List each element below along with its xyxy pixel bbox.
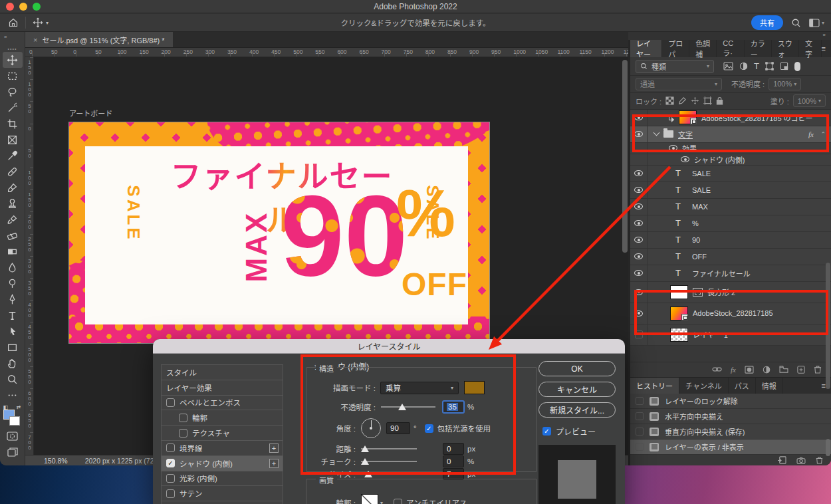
layer-row-text-90[interactable]: T90 [630, 232, 831, 249]
magic-wand-tool-icon[interactable] [3, 100, 23, 116]
layer-filter-select[interactable]: 種類 ▾ [636, 60, 714, 73]
layer-row-text-sale1[interactable]: TSALE [630, 166, 831, 182]
layer-name[interactable]: OFF [692, 253, 707, 261]
history-item-selected[interactable]: レイヤーの表示 / 非表示 [630, 440, 831, 455]
antialias-checkbox[interactable] [394, 499, 402, 504]
history-item[interactable]: レイヤーのロック解除 [630, 394, 831, 409]
layer-name[interactable]: MAX [692, 203, 708, 211]
workspace-switcher-icon[interactable]: ▾ [809, 19, 824, 27]
background-color-swatch[interactable] [9, 416, 20, 426]
quick-mask-button[interactable] [3, 428, 23, 444]
preview-checkbox[interactable]: ✓ [542, 427, 551, 436]
panel-menu-icon[interactable]: ≡ [822, 40, 831, 57]
lock-transparency-icon[interactable] [665, 96, 674, 105]
move-tool-icon[interactable] [3, 52, 23, 68]
tab-swatches[interactable]: スウォ [772, 40, 799, 57]
history-item[interactable]: 垂直方向中央揃え (保存) [630, 424, 831, 440]
lock-pixels-icon[interactable] [678, 96, 687, 105]
filter-smart-objects-icon[interactable] [780, 62, 788, 70]
new-layer-icon[interactable] [797, 366, 805, 374]
style-item-カラーオーバーレイ[interactable]: カラーオーバーレイ+ [162, 501, 283, 504]
history-item[interactable]: 水平方向中央揃え [630, 409, 831, 424]
cancel-button[interactable]: キャンセル [538, 382, 616, 397]
clone-stamp-tool-icon[interactable] [3, 195, 23, 211]
chevron-down-icon[interactable]: ▾ [380, 500, 383, 504]
layer-row-text-percent[interactable]: T% [630, 215, 831, 232]
layer-name[interactable]: 90 [692, 236, 700, 244]
add-layer-mask-icon[interactable] [745, 366, 754, 374]
new-snapshot-camera-icon[interactable] [796, 457, 806, 464]
ok-button[interactable]: OK [538, 361, 616, 376]
tab-type[interactable]: 文字 [799, 40, 822, 57]
new-style-button[interactable]: 新規スタイル... [538, 402, 616, 418]
style-checkbox[interactable] [166, 489, 175, 498]
swap-colors-icon[interactable]: ⇄ [17, 404, 21, 410]
document-tab[interactable]: × セール.psd @ 151% (文字, RGB/8#) * [25, 32, 173, 47]
contour-picker[interactable] [361, 494, 378, 504]
layer-row-text-final-sale[interactable]: Tファイナルセール [630, 265, 831, 282]
toolbar-grip[interactable]: •••• [8, 47, 17, 52]
vertical-ruler[interactable]: 1501005005010015020025030035040045050055… [25, 57, 34, 455]
visibility-toggle[interactable] [630, 215, 648, 231]
delete-layer-icon[interactable] [814, 365, 822, 374]
delete-state-icon[interactable] [816, 456, 823, 464]
history-source-checkbox[interactable] [636, 443, 644, 451]
new-document-from-state-icon[interactable] [777, 456, 786, 464]
tab-cc-libraries[interactable]: CC ラ· [717, 40, 744, 57]
visibility-toggle[interactable] [630, 249, 648, 265]
artboard-label[interactable]: アートボード [69, 108, 112, 118]
style-item-サテン[interactable]: サテン [162, 486, 283, 501]
tab-channels[interactable]: チャンネル [679, 378, 729, 394]
tab-properties[interactable]: プロパ [662, 40, 689, 57]
add-instance-icon[interactable]: + [269, 459, 279, 468]
tab-history[interactable]: ヒストリー [630, 378, 679, 394]
filter-shape-layers-icon[interactable] [765, 62, 774, 70]
style-item-テクスチャ[interactable]: テクスチャ [162, 426, 283, 441]
opacity-select[interactable]: 100% ▾ [769, 78, 801, 90]
history-source-checkbox[interactable] [636, 412, 644, 420]
filter-adjustment-layers-icon[interactable] [739, 62, 748, 70]
style-checkbox[interactable] [179, 429, 187, 438]
history-source-checkbox[interactable] [636, 428, 644, 436]
lock-all-icon[interactable] [716, 96, 723, 105]
style-item-シャドウ (内側)[interactable]: ✓シャドウ (内側)+ [162, 456, 283, 471]
style-item-境界線[interactable]: 境界線+ [162, 441, 283, 456]
style-checkbox[interactable]: ✓ [166, 459, 175, 467]
marquee-tool-icon[interactable] [3, 68, 23, 84]
frame-tool-icon[interactable] [3, 132, 23, 148]
lock-artboard-icon[interactable] [703, 96, 712, 105]
style-item-輪郭[interactable]: 輪郭 [162, 410, 283, 426]
zoom-level-field[interactable]: 150.8% [44, 457, 68, 465]
path-select-tool-icon[interactable] [3, 323, 23, 339]
search-icon[interactable] [791, 18, 801, 28]
tab-paths[interactable]: パス [729, 378, 756, 394]
style-checkbox[interactable] [166, 398, 175, 407]
add-instance-icon[interactable]: + [269, 443, 279, 453]
visibility-toggle[interactable] [630, 265, 648, 281]
layer-row-inner-shadow-effect[interactable]: シャドウ (内側) [630, 154, 831, 166]
dialog-titlebar[interactable]: レイヤースタイル [153, 339, 625, 354]
gradient-tool-icon[interactable] [3, 243, 23, 259]
style-item-レイヤー効果[interactable]: レイヤー効果 [162, 380, 283, 396]
rectangle-tool-icon[interactable] [3, 339, 23, 355]
color-swatches[interactable]: ◧ ⇄ [3, 404, 23, 428]
visibility-toggle[interactable] [630, 166, 648, 182]
filter-pixel-layers-icon[interactable] [723, 62, 733, 70]
tab-adjustments[interactable]: 色調補 [689, 40, 717, 57]
layer-name[interactable]: SALE [692, 186, 711, 194]
tab-info[interactable]: 情報 [756, 378, 783, 394]
style-checkbox[interactable] [166, 474, 175, 483]
visibility-toggle[interactable] [630, 182, 648, 198]
layer-name[interactable]: % [692, 219, 699, 227]
style-checkbox[interactable] [179, 414, 187, 422]
layer-row-text-off[interactable]: TOFF [630, 249, 831, 265]
canvas-vertical-scrollbar[interactable] [622, 60, 628, 253]
visibility-toggle[interactable] [630, 232, 648, 248]
link-layers-icon[interactable] [712, 366, 722, 372]
lasso-tool-icon[interactable] [3, 84, 23, 100]
effect-name[interactable]: シャドウ (内側) [694, 154, 745, 165]
layer-name[interactable]: SALE [692, 170, 711, 178]
layer-name[interactable]: ファイナルセール [692, 268, 751, 279]
history-source-checkbox[interactable] [636, 397, 644, 405]
dodge-tool-icon[interactable] [3, 275, 23, 291]
